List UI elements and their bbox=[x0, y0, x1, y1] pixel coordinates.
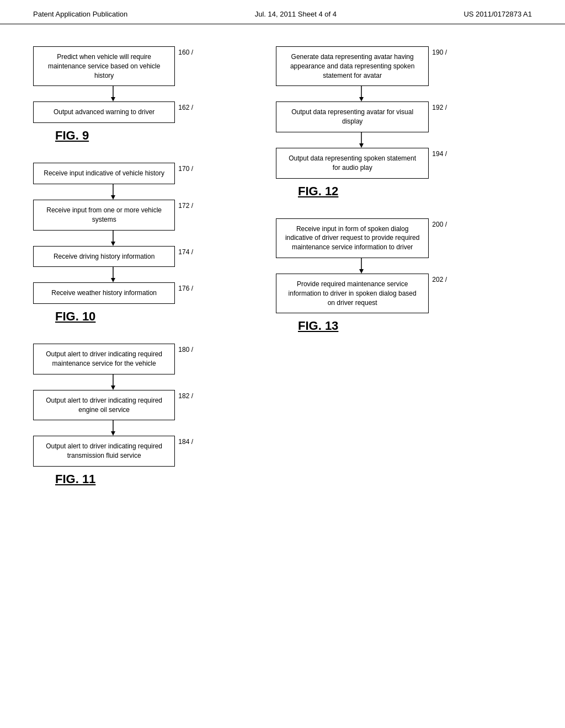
left-column: Predict when vehicle will require mainte… bbox=[33, 46, 254, 506]
box-184-row: Output alert to driver indicating requir… bbox=[33, 436, 193, 467]
ref-200: 200 / bbox=[432, 218, 447, 258]
arrow-svg bbox=[356, 86, 367, 101]
fig10-group: Receive input indicative of vehicle hist… bbox=[33, 163, 254, 327]
box-180: Output alert to driver indicating requir… bbox=[33, 344, 175, 374]
svg-marker-13 bbox=[359, 97, 364, 101]
ref-190: 190 / bbox=[432, 46, 447, 86]
svg-marker-9 bbox=[111, 386, 115, 390]
arrow-svg bbox=[108, 374, 119, 390]
ref-160: 160 / bbox=[178, 46, 193, 86]
arrow-svg bbox=[108, 231, 119, 246]
svg-marker-5 bbox=[111, 242, 115, 246]
box-176: Receive weather history information bbox=[33, 282, 175, 304]
box-184: Output alert to driver indicating requir… bbox=[33, 436, 175, 467]
arrow-160-162 bbox=[33, 86, 193, 101]
arrow-172-174 bbox=[33, 231, 193, 246]
fig13-label: FIG. 13 bbox=[276, 319, 338, 333]
arrow-180-182 bbox=[33, 374, 193, 390]
box-174-row: Receive driving history information 174 … bbox=[33, 246, 193, 267]
arrow-svg bbox=[108, 420, 119, 436]
box-160: Predict when vehicle will require mainte… bbox=[33, 46, 175, 86]
ref-176: 176 / bbox=[178, 282, 193, 304]
arrow-svg bbox=[356, 132, 367, 148]
box-174: Receive driving history information bbox=[33, 246, 175, 267]
box-162-row: Output advanced warning to driver 162 / bbox=[33, 101, 193, 123]
box-192: Output data representing avatar for visu… bbox=[276, 101, 429, 132]
box-182: Output alert to driver indicating requir… bbox=[33, 390, 175, 421]
svg-marker-1 bbox=[111, 97, 115, 101]
right-column: Generate data representing avatar having… bbox=[276, 46, 463, 506]
box-170-row: Receive input indicative of vehicle hist… bbox=[33, 163, 193, 184]
svg-marker-7 bbox=[111, 278, 115, 282]
ref-170: 170 / bbox=[178, 163, 193, 184]
svg-marker-11 bbox=[111, 431, 115, 436]
ref-184: 184 / bbox=[178, 436, 193, 467]
arrow-svg bbox=[108, 86, 119, 101]
ref-192: 192 / bbox=[432, 101, 447, 132]
ref-172: 172 / bbox=[178, 200, 193, 231]
box-172-row: Receive input from one or more vehicle s… bbox=[33, 200, 193, 231]
svg-marker-3 bbox=[111, 195, 115, 200]
arrow-svg bbox=[356, 258, 367, 274]
header-right: US 2011/0172873 A1 bbox=[463, 10, 532, 18]
svg-marker-15 bbox=[359, 143, 364, 148]
box-192-row: Output data representing avatar for visu… bbox=[276, 101, 447, 132]
box-190: Generate data representing avatar having… bbox=[276, 46, 429, 86]
box-202-row: Provide required maintenance service inf… bbox=[276, 274, 447, 313]
fig11-label: FIG. 11 bbox=[33, 472, 95, 486]
svg-marker-17 bbox=[359, 269, 364, 274]
box-202: Provide required maintenance service inf… bbox=[276, 274, 429, 313]
fig9-label: FIG. 9 bbox=[33, 129, 89, 143]
fig11-group: Output alert to driver indicating requir… bbox=[33, 344, 254, 490]
ref-174: 174 / bbox=[178, 246, 193, 267]
box-200-row: Receive input in form of spoken dialog i… bbox=[276, 218, 447, 258]
ref-182: 182 / bbox=[178, 390, 193, 421]
ref-180: 180 / bbox=[178, 344, 193, 374]
arrow-svg bbox=[108, 267, 119, 282]
ref-194: 194 / bbox=[432, 148, 447, 179]
page-content: Predict when vehicle will require mainte… bbox=[0, 24, 565, 528]
box-180-row: Output alert to driver indicating requir… bbox=[33, 344, 193, 374]
arrow-170-172 bbox=[33, 184, 193, 200]
arrow-svg bbox=[108, 184, 119, 200]
arrow-182-184 bbox=[33, 420, 193, 436]
box-194-row: Output data representing spoken statemen… bbox=[276, 148, 447, 179]
ref-162: 162 / bbox=[178, 101, 193, 123]
box-162: Output advanced warning to driver bbox=[33, 101, 175, 123]
arrow-174-176 bbox=[33, 267, 193, 282]
ref-202: 202 / bbox=[432, 274, 447, 313]
box-182-row: Output alert to driver indicating requir… bbox=[33, 390, 193, 421]
fig13-group: Receive input in form of spoken dialog i… bbox=[276, 218, 463, 337]
box-170: Receive input indicative of vehicle hist… bbox=[33, 163, 175, 184]
box-194: Output data representing spoken statemen… bbox=[276, 148, 429, 179]
box-160-row: Predict when vehicle will require mainte… bbox=[33, 46, 193, 86]
box-176-row: Receive weather history information 176 … bbox=[33, 282, 193, 304]
fig10-label: FIG. 10 bbox=[33, 309, 95, 324]
arrow-192-194 bbox=[276, 132, 447, 148]
arrow-200-202 bbox=[276, 258, 447, 274]
box-190-row: Generate data representing avatar having… bbox=[276, 46, 447, 86]
fig12-label: FIG. 12 bbox=[276, 184, 338, 199]
fig9-group: Predict when vehicle will require mainte… bbox=[33, 46, 254, 146]
page-header: Patent Application Publication Jul. 14, … bbox=[0, 0, 565, 24]
box-172: Receive input from one or more vehicle s… bbox=[33, 200, 175, 231]
box-200: Receive input in form of spoken dialog i… bbox=[276, 218, 429, 258]
arrow-190-192 bbox=[276, 86, 447, 101]
header-middle: Jul. 14, 2011 Sheet 4 of 4 bbox=[255, 10, 337, 18]
header-left: Patent Application Publication bbox=[33, 10, 127, 18]
fig12-group: Generate data representing avatar having… bbox=[276, 46, 463, 202]
